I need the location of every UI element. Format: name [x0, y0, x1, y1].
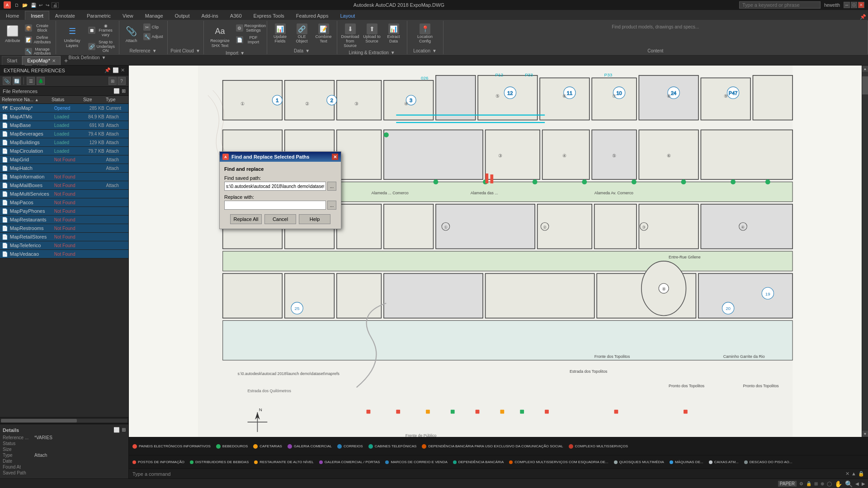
download-source-btn[interactable]: ⬇ Download from Source [340, 23, 361, 49]
details-expand-btn[interactable]: ⊞ [122, 427, 126, 433]
combine-text-btn[interactable]: 📝 Combine Text [313, 23, 334, 45]
block-def-dropdown-icon[interactable]: ▼ [102, 55, 106, 60]
ref-row-mapvedacao[interactable]: 📄 MapVedacao Not Found [0, 250, 128, 258]
find-input[interactable] [224, 182, 326, 191]
tab-a360[interactable]: A360 [224, 11, 248, 20]
file-refs-expand-btn[interactable]: ⊞ [122, 88, 126, 94]
extract-data-btn[interactable]: 📊 Extract Data [383, 23, 404, 45]
cancel-btn[interactable]: Cancel [264, 214, 296, 224]
scroll-thumb[interactable] [862, 76, 868, 94]
import-dropdown-icon[interactable]: ▼ [240, 51, 245, 56]
ref-row-mappacos[interactable]: 📄 MapPacos Not Found [0, 198, 128, 207]
ref-row-mappayphones[interactable]: 📄 MapPayPhones Not Found [0, 207, 128, 216]
ext-refs-close-btn[interactable]: ✕ [121, 67, 125, 73]
status-next-btn[interactable]: ▶ [862, 481, 865, 486]
panel-hscroll[interactable] [0, 417, 128, 423]
location-config-btn[interactable]: 📍 Location Config [415, 23, 435, 45]
cmd-arrow-btn[interactable]: ▲ [851, 471, 856, 477]
close-btn[interactable]: ✕ [858, 2, 864, 8]
tab-layout[interactable]: Layout [334, 11, 361, 20]
snap-to-underlay-btn[interactable]: 🔗 Snap to Underlays ON [87, 39, 116, 55]
ref-row-mapretailstores[interactable]: 📄 MapRetailStores Not Found [0, 233, 128, 241]
ref-row-expomap[interactable]: 🗺 ExpoMap* Opened 285 KB Current [0, 104, 128, 113]
underlay-layers-btn[interactable]: ☰ Underlay Layers [59, 23, 86, 50]
ref-row-maprestrooms[interactable]: 📄 MapRestrooms Not Found [0, 224, 128, 233]
col-header-status[interactable]: Status [50, 97, 81, 103]
recognition-settings-btn[interactable]: ⚙ Recognition Settings [235, 23, 264, 34]
status-gear-btn[interactable]: ⚙ [799, 481, 803, 486]
ref-row-mapbase[interactable]: 📄 MapBase Loaded 691 KB Attach [0, 121, 128, 130]
ole-object-btn[interactable]: 🔗 OLE Object [292, 23, 312, 45]
tab-express[interactable]: Express Tools [248, 11, 290, 20]
doc-tab-expomap[interactable]: ExpoMap* ✕ [22, 56, 61, 65]
tab-home[interactable]: Home [0, 11, 25, 20]
ref-row-mapinfo[interactable]: 📄 MapInformation Not Found [0, 173, 128, 181]
ext-toolbar-attach-btn[interactable]: 📎 [3, 77, 11, 85]
cmd-input[interactable] [170, 471, 306, 477]
drawing-area[interactable]: 1 2 3 12 11 10 24 P47 [129, 66, 862, 437]
ext-toolbar-refresh-btn[interactable]: 🔄 [13, 77, 21, 85]
new-btn[interactable]: 🗋 [14, 3, 20, 8]
frames-vary-btn[interactable]: 🔲 ◉ Frames vary [87, 23, 116, 38]
adjust-btn[interactable]: 🔧 Adjust [142, 32, 165, 41]
attach-btn[interactable]: 📎 Attach [122, 23, 141, 45]
replace-input[interactable] [224, 201, 326, 210]
recognize-shx-btn[interactable]: Aa Recognize SHX Text [207, 23, 234, 50]
loc-dropdown-icon[interactable]: ▼ [432, 48, 437, 53]
ref-row-mapcirculation[interactable]: 📄 MapCirculation Loaded 79.7 KB Attach [0, 147, 128, 155]
status-grid-btn[interactable]: ⊞ [814, 481, 818, 486]
status-zoom-btn[interactable]: 🔍 [845, 480, 853, 488]
ref-row-mapteleferico[interactable]: 📄 MapTeleferico Not Found [0, 241, 128, 250]
minimize-btn[interactable]: ─ [844, 2, 850, 8]
create-block-btn[interactable]: 📦 Create Block [24, 23, 53, 34]
col-header-size[interactable]: Size [81, 97, 104, 103]
ref-row-mapatms[interactable]: 📄 MapATMs Loaded 84.9 KB Attach [0, 113, 128, 121]
save-btn[interactable]: 💾 [30, 3, 37, 8]
replace-browse-btn[interactable]: ... [327, 201, 336, 210]
find-browse-btn[interactable]: ... [327, 182, 336, 191]
tab-insert[interactable]: Insert [25, 11, 49, 20]
ref-row-mapmailboxes[interactable]: 📄 MapMailBoxes Not Found Attach [0, 181, 128, 190]
col-header-type[interactable]: Type [104, 97, 127, 103]
dialog-close-btn[interactable]: ✕ [332, 154, 338, 160]
clip-btn[interactable]: ✂ Clip [142, 23, 165, 32]
open-btn[interactable]: 📂 [21, 3, 28, 8]
status-snap-btn[interactable]: ⊕ [821, 481, 824, 486]
doc-tab-plus[interactable]: + [61, 56, 71, 65]
details-collapse-btn[interactable]: ⬜ [113, 427, 120, 433]
data-dropdown-icon[interactable]: ▼ [305, 48, 310, 53]
scroll-down-arrow[interactable]: ▼ [862, 431, 868, 437]
ref-row-mapgrid[interactable]: 📄 MapGrid Not Found Attach [0, 155, 128, 164]
ref-row-mapbeverages[interactable]: 📄 MapBeverages Loaded 79.4 KB Attach [0, 130, 128, 138]
upload-source-btn[interactable]: ⬆ Upload to Source [362, 23, 382, 45]
scroll-up-arrow[interactable]: ▲ [862, 66, 868, 72]
pc-dropdown-icon[interactable]: ▼ [196, 48, 200, 53]
restore-btn[interactable]: □ [851, 2, 857, 8]
tab-manage[interactable]: Manage [139, 11, 169, 20]
ref-row-maprestaurants[interactable]: 📄 MapRestaurants Not Found [0, 216, 128, 224]
status-pan-btn[interactable]: ✋ [835, 480, 842, 488]
replace-all-btn[interactable]: Replace All [230, 214, 262, 224]
doc-tab-start[interactable]: Start [2, 56, 22, 65]
search-input[interactable] [739, 1, 821, 9]
status-orbit-btn[interactable]: ◯ [827, 481, 832, 486]
tab-addins[interactable]: Add-ins [196, 11, 224, 20]
redo-btn[interactable]: ↪ [45, 3, 50, 8]
status-prev-btn[interactable]: ◀ [855, 481, 859, 486]
print-btn[interactable]: 🖨 [52, 2, 59, 8]
ref-row-mapmultiservices[interactable]: 📄 MapMultiServices Not Found [0, 190, 128, 198]
ext-toolbar-help-btn[interactable]: ? [118, 77, 126, 85]
ext-refs-float-btn[interactable]: ⬜ [113, 67, 119, 73]
update-fields-btn[interactable]: 📊 Update Fields [270, 23, 291, 45]
scroll-track[interactable] [862, 72, 868, 431]
ext-toolbar-tree-btn[interactable]: 🌲 [37, 77, 45, 85]
link-dropdown-icon[interactable]: ▼ [391, 50, 395, 55]
tab-output[interactable]: Output [169, 11, 196, 20]
block-attribute-btn[interactable]: ⬜ Attribute [3, 23, 23, 45]
define-attr-btn[interactable]: 📝 Define Attributes [24, 34, 53, 46]
undo-btn[interactable]: ↩ [38, 3, 43, 8]
ref-row-mapbuildings[interactable]: 📄 MapBuildings Loaded 129 KB Attach [0, 138, 128, 147]
pdf-import-btn[interactable]: 📄 PDF Import [235, 34, 264, 46]
tab-annotate[interactable]: Annotate [49, 11, 81, 20]
cmd-close-btn[interactable]: ✕ [845, 471, 849, 477]
